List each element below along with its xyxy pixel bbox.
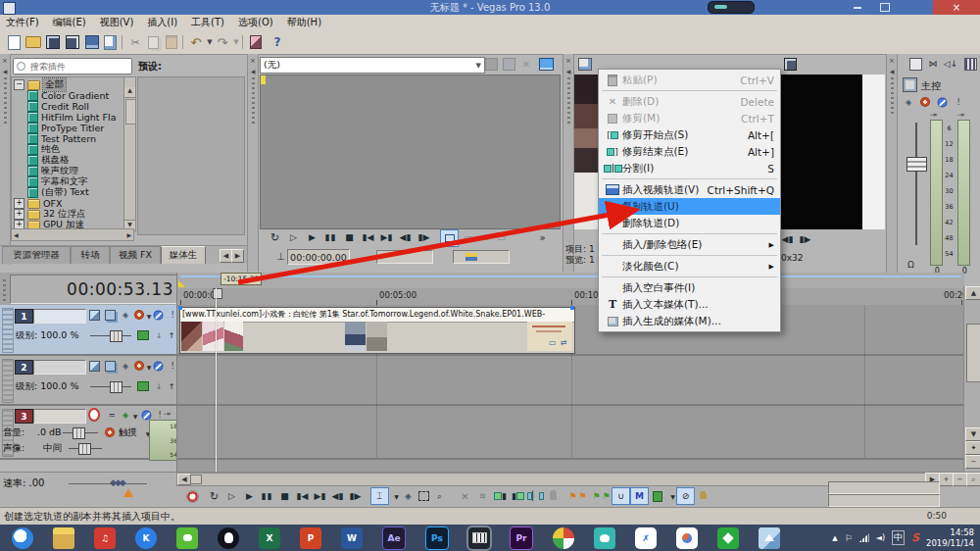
- composite-mode-icon[interactable]: [137, 380, 149, 392]
- scroll-left-icon[interactable]: ◀: [177, 474, 191, 485]
- preview-fx-icon[interactable]: [576, 56, 594, 72]
- minimize-button[interactable]: [845, 0, 870, 15]
- pin-panel-icon[interactable]: ◀: [887, 68, 897, 75]
- taskbar-app-premiere[interactable]: Pr: [510, 526, 533, 550]
- pin-panel-icon[interactable]: ◀: [0, 68, 10, 75]
- rate-slider-handle[interactable]: ◆◆◆: [110, 477, 124, 487]
- help-icon[interactable]: ?: [269, 34, 286, 50]
- close-panel-icon[interactable]: ×: [887, 57, 897, 65]
- menu-item-split[interactable]: 分割(I)S: [599, 160, 780, 176]
- taskbar-app-netease-music[interactable]: ♫: [94, 527, 116, 549]
- mute-icon[interactable]: [936, 96, 948, 108]
- marker-insert-icon[interactable]: [649, 488, 665, 504]
- close-button[interactable]: ×: [933, 0, 980, 15]
- tree-item[interactable]: Test Pattern: [14, 133, 135, 144]
- ignore-grouping-icon[interactable]: [695, 488, 711, 504]
- compositing-icon[interactable]: [104, 309, 116, 321]
- tree-item[interactable]: Credit Roll: [14, 101, 135, 112]
- video-event[interactable]: [www.TTxunlei.com]小戏骨：白蛇传 第1集 Star.of.To…: [179, 307, 575, 354]
- sogou-input-icon[interactable]: S: [911, 531, 919, 544]
- record-icon[interactable]: [184, 488, 201, 504]
- menu-edit[interactable]: 编辑(E): [53, 16, 86, 29]
- taskbar-app-browser[interactable]: [12, 527, 33, 549]
- play-from-start-icon[interactable]: ▷: [223, 488, 240, 504]
- menu-help[interactable]: 帮助(H): [287, 16, 321, 29]
- plugin-search-box[interactable]: [13, 58, 132, 75]
- pan-slider-thumb[interactable]: [78, 443, 91, 455]
- trimmer-save-icon[interactable]: [482, 56, 500, 72]
- ime-language-icon[interactable]: 中: [892, 530, 905, 545]
- pin-panel-icon[interactable]: ◀: [248, 68, 258, 75]
- prev-frame-icon[interactable]: ◀▮: [329, 488, 346, 504]
- tab-video-fx[interactable]: 视频 FX: [110, 246, 161, 264]
- track-name-field[interactable]: [33, 309, 86, 324]
- tree-item[interactable]: ProType Titler: [14, 123, 135, 133]
- trimmer-play-start-icon[interactable]: ▷: [285, 229, 302, 245]
- track-header-2[interactable]: 2 ◈ ▼ ! 级别: 100.0 % ↓ ↑: [0, 356, 176, 406]
- stop-icon[interactable]: ■: [276, 488, 293, 504]
- tab-explorer[interactable]: 资源管理器: [2, 246, 71, 264]
- track-grip[interactable]: [2, 308, 14, 353]
- level-slider-thumb[interactable]: [110, 381, 122, 393]
- track-height-icon[interactable]: ✦: [965, 441, 980, 455]
- taskbar-app-kugou-music[interactable]: K: [135, 527, 157, 549]
- loop-region-bar[interactable]: [180, 276, 961, 277]
- pause-icon[interactable]: ▮▮: [259, 488, 275, 504]
- preview-prev-frame-icon[interactable]: ◀▮: [779, 231, 796, 247]
- phase-icon[interactable]: ≂: [106, 409, 118, 421]
- mixer-select-icon[interactable]: [906, 56, 924, 72]
- timeline-area[interactable]: -10:15.21 00:00:00 00:05:00 00:10:00 00:…: [176, 273, 964, 472]
- vscroll-thumb[interactable]: [966, 324, 980, 382]
- automation-icon[interactable]: ◈: [120, 309, 131, 321]
- menu-item-paste[interactable]: 粘贴(P)Ctrl+V: [599, 72, 780, 88]
- zoom-out-time-icon[interactable]: −: [953, 473, 967, 486]
- taskbar-app-union[interactable]: [676, 527, 698, 549]
- external-monitor-icon[interactable]: [537, 56, 555, 72]
- automation-mode-label[interactable]: 触摸: [119, 426, 137, 439]
- tree-item[interactable]: 纯色: [14, 144, 135, 155]
- trimmer-go-start-icon[interactable]: ▮◀: [360, 229, 376, 245]
- taskbar-app-photo-viewer[interactable]: [759, 527, 780, 549]
- more-buttons-icon[interactable]: »: [534, 229, 551, 245]
- menu-item-trim-start[interactable]: [修剪开始点(S)Alt+[: [599, 126, 780, 143]
- save-snapshot-icon[interactable]: [781, 56, 799, 72]
- envelope-tool-icon[interactable]: ◈: [400, 488, 416, 504]
- event-handle[interactable]: [178, 306, 182, 310]
- taskbar-app-after-effects[interactable]: Ae: [382, 526, 406, 550]
- tabs-scroll-right-icon[interactable]: ▶: [231, 249, 244, 263]
- track-name-field[interactable]: [33, 360, 86, 375]
- edit-tool-icon[interactable]: ⌶: [370, 487, 389, 505]
- mute-icon[interactable]: [152, 360, 164, 372]
- selection-tool-icon[interactable]: [416, 488, 432, 504]
- collapse-icon[interactable]: −: [14, 79, 24, 90]
- taskbar-app-file-explorer[interactable]: [53, 527, 74, 549]
- record-arm-icon[interactable]: [88, 409, 100, 421]
- make-child-icon[interactable]: ↓: [153, 380, 165, 392]
- track-grip[interactable]: [2, 359, 14, 403]
- playhead-handle[interactable]: [213, 288, 222, 299]
- taskbar-app-wechat[interactable]: [176, 527, 198, 549]
- taskbar-app-powerpoint[interactable]: P: [300, 527, 321, 549]
- menu-tools[interactable]: 工具(T): [191, 16, 224, 29]
- snap-grid-icon[interactable]: M: [630, 487, 649, 505]
- mixer-downmix-icon[interactable]: ⋈: [924, 56, 942, 72]
- save-icon[interactable]: [44, 34, 62, 50]
- trim-start-icon[interactable]: ▮: [492, 488, 509, 504]
- volume-icon[interactable]: ◄): [876, 533, 885, 542]
- level-slider-thumb[interactable]: [110, 330, 122, 342]
- track-header-3[interactable]: 3 ≂ ◈ ▼ ! -∞ 音量: .0 dB 触摸 ▼ 声像: 中间 18365…: [0, 406, 176, 460]
- trimmer-tool-icon[interactable]: ▭: [460, 229, 476, 245]
- track-motion-icon[interactable]: [88, 309, 100, 321]
- delete-icon[interactable]: ✕: [457, 488, 473, 504]
- taskbar-app-photoshop[interactable]: Ps: [425, 526, 449, 550]
- scroll-down-icon[interactable]: ▼: [965, 427, 980, 441]
- tree-vscrollbar[interactable]: ▲ ▼: [123, 77, 135, 230]
- shuffle-icon[interactable]: ≋: [474, 488, 491, 504]
- menu-item-delete-track[interactable]: 删除轨道(D): [599, 215, 780, 231]
- track-name-field[interactable]: [33, 409, 86, 424]
- taskbar-app-pinwheel[interactable]: [553, 527, 574, 549]
- preview-next-frame-icon[interactable]: ▮▶: [797, 231, 813, 247]
- trimmer-play-icon[interactable]: ▶: [304, 229, 320, 245]
- close-panel-icon[interactable]: ×: [564, 57, 573, 65]
- project-properties-icon[interactable]: [101, 34, 119, 50]
